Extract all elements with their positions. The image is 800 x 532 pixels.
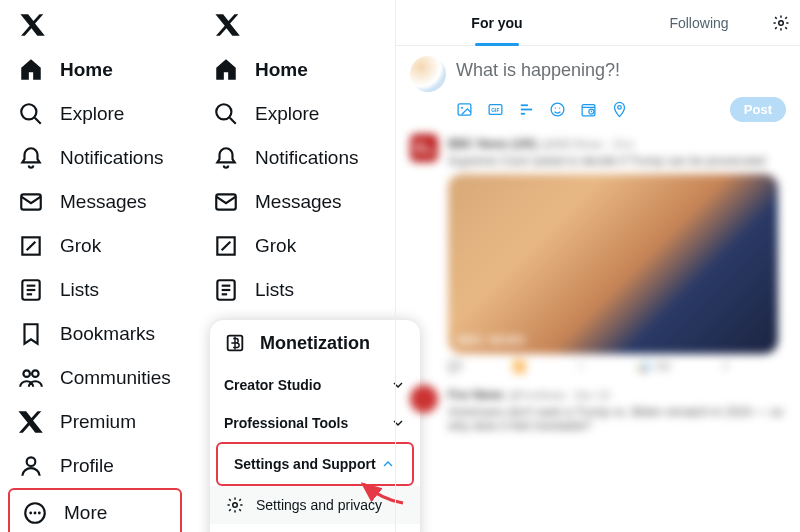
feed-avatar — [410, 385, 438, 413]
sidebar-item-label: Home — [60, 59, 113, 81]
list-icon — [18, 277, 44, 303]
popup-creator-studio[interactable]: Creator Studio — [210, 366, 420, 404]
popup-sub-label: Settings and privacy — [256, 497, 382, 513]
popup-settings-privacy[interactable]: Settings and privacy — [210, 486, 420, 524]
mail-icon — [213, 189, 239, 215]
sidebar-item-label: Profile — [60, 455, 114, 477]
sidebar-item-label: Lists — [60, 279, 99, 301]
search-icon — [18, 101, 44, 127]
popup-head-label: Monetization — [260, 333, 370, 354]
popup-row-label: Settings and Support — [234, 456, 376, 472]
poll-icon[interactable] — [518, 101, 535, 118]
sidebar-item-label: Premium — [60, 411, 136, 433]
x-logo-icon[interactable] — [20, 12, 46, 38]
bell-icon — [213, 145, 239, 171]
grok-icon — [213, 233, 239, 259]
sidebar-item-label: Notifications — [60, 147, 164, 169]
sidebar-item-notifications[interactable]: Notifications — [8, 136, 182, 180]
chevron-up-icon — [380, 456, 396, 472]
feed-image — [448, 174, 778, 354]
location-icon[interactable] — [611, 101, 628, 118]
popup-monetization[interactable]: Monetization — [210, 320, 420, 366]
more-icon — [22, 500, 48, 526]
sidebar-item-notifications[interactable]: Notifications — [203, 136, 407, 180]
feed-author: BBC News (UK) — [448, 137, 537, 151]
monetization-icon — [224, 332, 246, 354]
feed-meta: @FoxNews · Dec 10 — [508, 389, 609, 401]
sidebar-item-label: Messages — [255, 191, 342, 213]
feed-text: Supreme Court asked to decide if Trump c… — [448, 154, 786, 168]
sidebar-left: HomeExploreNotificationsMessagesGrokList… — [0, 0, 190, 532]
more-menu-popup: Monetization Creator Studio Professional… — [210, 320, 420, 532]
home-icon — [18, 57, 44, 83]
media-icon[interactable] — [456, 101, 473, 118]
feed-blurred: BBCNEWS BBC News (UK) @BBCNews · 21m Sup… — [396, 128, 800, 445]
popup-row-label: Creator Studio — [224, 377, 321, 393]
feed-avatar: BBCNEWS — [410, 134, 438, 162]
sidebar-item-more[interactable]: More — [12, 491, 178, 532]
timeline-settings-icon[interactable] — [772, 14, 790, 32]
feed-actions: 💬🔁♡📊 10k⇪ — [448, 360, 786, 373]
popup-row-label: Professional Tools — [224, 415, 348, 431]
feed-text: Americans don't want a Trump vs. Biden r… — [448, 405, 786, 433]
sidebar-left-expanded: HomeExploreNotificationsMessagesGrokList… — [195, 0, 415, 364]
gif-icon[interactable] — [487, 101, 504, 118]
sidebar-item-home[interactable]: Home — [8, 48, 182, 92]
main-timeline: For you Following What is happening?! Po… — [395, 0, 800, 532]
x-logo-icon[interactable] — [215, 12, 241, 38]
sidebar-item-label: Grok — [60, 235, 101, 257]
sidebar-item-home[interactable]: Home — [203, 48, 407, 92]
sidebar-item-grok[interactable]: Grok — [8, 224, 182, 268]
sidebar-item-lists[interactable]: Lists — [203, 268, 407, 312]
communities-icon — [18, 365, 44, 391]
composer-post-button[interactable]: Post — [730, 97, 786, 122]
sidebar-item-premium[interactable]: Premium — [8, 400, 182, 444]
popup-professional-tools[interactable]: Professional Tools — [210, 404, 420, 442]
sidebar-item-label: Notifications — [255, 147, 359, 169]
schedule-icon[interactable] — [580, 101, 597, 118]
sidebar-item-label: Lists — [255, 279, 294, 301]
popup-settings-support[interactable]: Settings and Support — [220, 445, 410, 483]
sidebar-item-explore[interactable]: Explore — [8, 92, 182, 136]
sidebar-item-label: Communities — [60, 367, 171, 389]
sidebar-item-lists[interactable]: Lists — [8, 268, 182, 312]
timeline-tabs: For you Following — [396, 0, 800, 46]
feed-meta: @BBCNews · 21m — [542, 138, 634, 150]
profile-icon — [18, 453, 44, 479]
mail-icon — [18, 189, 44, 215]
composer: What is happening?! Post — [396, 46, 800, 128]
composer-input[interactable]: What is happening?! — [456, 56, 786, 97]
gear-icon — [226, 496, 244, 514]
sidebar-item-communities[interactable]: Communities — [8, 356, 182, 400]
sidebar-item-bookmarks[interactable]: Bookmarks — [8, 312, 182, 356]
popup-help-center[interactable]: Help Center — [210, 524, 420, 532]
feed-author: Fox News — [448, 388, 504, 402]
sidebar-item-label: Messages — [60, 191, 147, 213]
sidebar-item-profile[interactable]: Profile — [8, 444, 182, 488]
tab-following[interactable]: Following — [598, 0, 800, 45]
list-icon — [213, 277, 239, 303]
sidebar-item-grok[interactable]: Grok — [203, 224, 407, 268]
avatar[interactable] — [410, 56, 446, 92]
bell-icon — [18, 145, 44, 171]
emoji-icon[interactable] — [549, 101, 566, 118]
sidebar-item-label: Explore — [60, 103, 124, 125]
search-icon — [213, 101, 239, 127]
tab-for-you[interactable]: For you — [396, 0, 598, 45]
sidebar-item-label: Home — [255, 59, 308, 81]
x-icon — [18, 409, 44, 435]
grok-icon — [18, 233, 44, 259]
sidebar-item-label: Bookmarks — [60, 323, 155, 345]
sidebar-item-messages[interactable]: Messages — [8, 180, 182, 224]
home-icon — [213, 57, 239, 83]
sidebar-item-label: More — [64, 502, 107, 524]
sidebar-item-messages[interactable]: Messages — [203, 180, 407, 224]
sidebar-item-label: Explore — [255, 103, 319, 125]
sidebar-item-explore[interactable]: Explore — [203, 92, 407, 136]
bookmark-icon — [18, 321, 44, 347]
sidebar-item-label: Grok — [255, 235, 296, 257]
